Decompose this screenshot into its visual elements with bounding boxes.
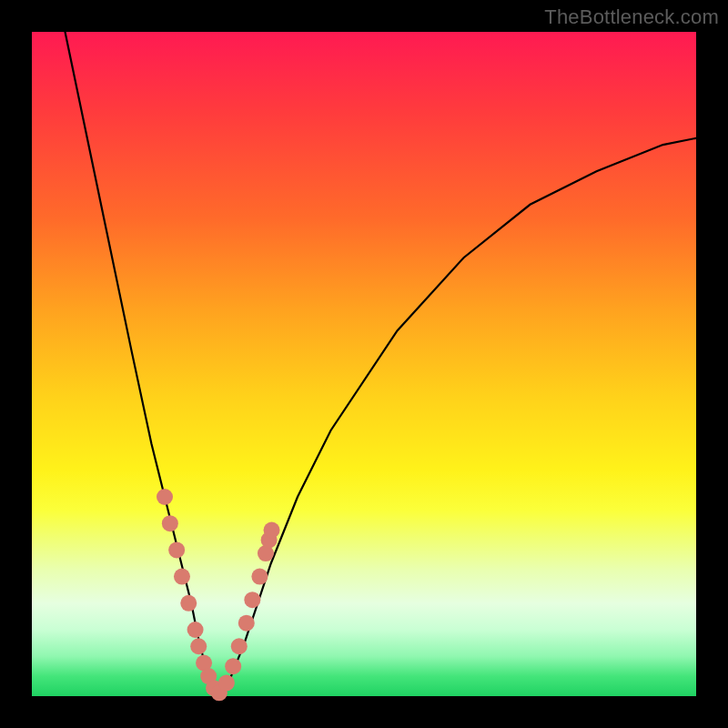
data-marker [225,658,241,674]
data-marker [157,489,173,505]
chart-svg [32,32,696,696]
data-marker [218,674,235,691]
data-marker [238,615,255,632]
data-marker [244,592,260,608]
data-marker [190,638,207,654]
bottleneck-curve [66,32,697,696]
data-marker [231,638,248,654]
data-marker [162,515,178,531]
data-marker [264,522,280,539]
chart-stage: TheBottleneck.com [0,0,728,728]
data-marker [251,569,268,585]
curve-layer [66,32,697,696]
plot-area [32,32,696,696]
data-marker [168,541,185,558]
data-marker [180,595,197,612]
data-marker [174,569,190,585]
watermark-text: TheBottleneck.com [544,5,719,29]
data-marker [187,622,204,638]
